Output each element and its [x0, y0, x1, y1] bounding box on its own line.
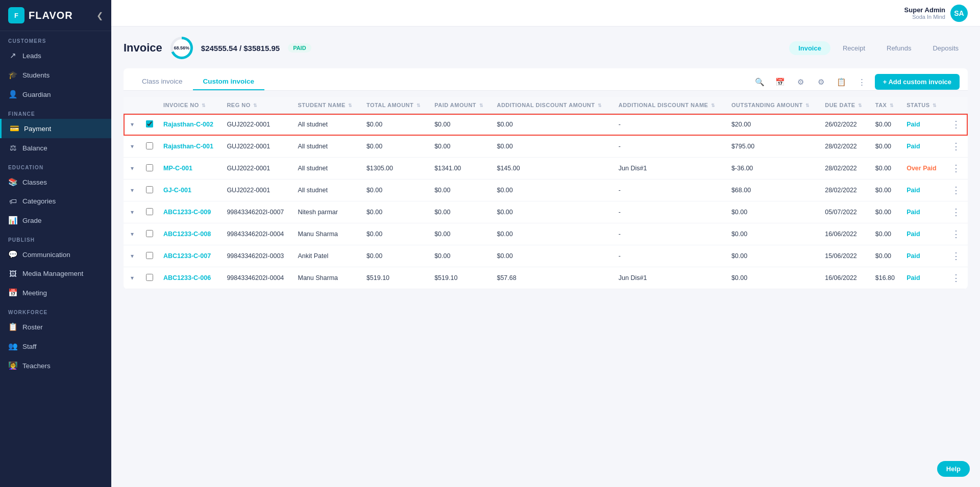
- row-expand-button[interactable]: ▾: [129, 121, 136, 128]
- cell-tax: $0.00: [870, 158, 901, 180]
- row-chevron[interactable]: ▾: [124, 180, 141, 201]
- copy-icon[interactable]: 📋: [834, 74, 849, 90]
- row-checkbox[interactable]: [146, 120, 153, 127]
- table-body: ▾Rajasthan-C-002GUJ2022-0001All studnet$…: [124, 114, 968, 289]
- sidebar-item-balance[interactable]: ⚖Balance: [0, 138, 111, 158]
- filter-icon[interactable]: ⚙: [793, 74, 808, 90]
- row-chevron[interactable]: ▾: [124, 223, 141, 245]
- row-expand-button[interactable]: ▾: [129, 165, 136, 172]
- row-chevron[interactable]: ▾: [124, 158, 141, 180]
- table-col-student_name[interactable]: STUDENT NAME ⇅: [292, 97, 361, 114]
- table-col-reg_no[interactable]: REG NO ⇅: [222, 97, 292, 114]
- row-more-button[interactable]: ⋮: [949, 272, 963, 284]
- add-custom-invoice-button[interactable]: + Add custom invoice: [875, 74, 960, 90]
- row-more-button[interactable]: ⋮: [949, 207, 963, 218]
- cell-total_amount: $0.00: [361, 180, 429, 201]
- row-chevron[interactable]: ▾: [124, 267, 141, 289]
- sidebar-collapse-button[interactable]: ❮: [96, 11, 103, 20]
- table-header: INVOICE NO ⇅REG NO ⇅STUDENT NAME ⇅TOTAL …: [124, 97, 968, 114]
- sidebar-item-categories[interactable]: 🏷Categories: [0, 192, 111, 211]
- table-col-additional_discount_name[interactable]: ADDITIONAL DISCOUNT NAME ⇅: [614, 97, 726, 114]
- sidebar-icon-grade: 📊: [8, 216, 17, 225]
- sort-icon-status: ⇅: [933, 103, 937, 108]
- sub-tab-custom-invoice[interactable]: Custom invoice: [193, 73, 265, 90]
- row-actions-cell: ⋮: [944, 114, 968, 136]
- sub-tab-class-invoice[interactable]: Class invoice: [132, 73, 193, 90]
- row-checkbox[interactable]: [146, 186, 153, 193]
- cell-tax: $0.00: [870, 114, 901, 136]
- sidebar-item-grade[interactable]: 📊Grade: [0, 211, 111, 230]
- cell-total_amount: $0.00: [361, 136, 429, 158]
- sub-tabs: Class invoiceCustom invoice: [132, 73, 264, 90]
- row-more-button[interactable]: ⋮: [949, 250, 963, 262]
- more-icon[interactable]: ⋮: [854, 74, 870, 90]
- row-more-button[interactable]: ⋮: [949, 185, 963, 196]
- invoice-table-container: INVOICE NO ⇅REG NO ⇅STUDENT NAME ⇅TOTAL …: [124, 97, 968, 289]
- row-checkbox[interactable]: [146, 142, 153, 149]
- row-chevron[interactable]: ▾: [124, 245, 141, 267]
- row-expand-button[interactable]: ▾: [129, 143, 136, 150]
- calendar-icon[interactable]: 📅: [773, 74, 788, 90]
- content-area: Invoice 68.56% $24555.54 / $35815.95 PAI…: [111, 27, 980, 487]
- row-more-button[interactable]: ⋮: [949, 163, 963, 174]
- row-actions-cell: ⋮: [944, 267, 968, 289]
- row-checkbox[interactable]: [146, 208, 153, 215]
- table-header-actions: [944, 97, 968, 114]
- sidebar-item-payment[interactable]: 💳Payment: [0, 119, 111, 138]
- sidebar-item-classes[interactable]: 📚Classes: [0, 172, 111, 192]
- help-button[interactable]: Help: [937, 461, 970, 477]
- row-chevron[interactable]: ▾: [124, 201, 141, 223]
- invoice-tab-receipt[interactable]: Receipt: [834, 41, 874, 55]
- invoice-tab-deposits[interactable]: Deposits: [923, 41, 968, 55]
- table-col-invoice_no[interactable]: INVOICE NO ⇅: [158, 97, 222, 114]
- settings-icon[interactable]: ⚙: [814, 74, 829, 90]
- sidebar-item-teachers[interactable]: 👩‍🏫Teachers: [0, 356, 111, 375]
- sidebar-label-balance: Balance: [22, 144, 47, 152]
- sidebar-item-meeting[interactable]: 📅Meeting: [0, 283, 111, 302]
- sidebar-item-roster[interactable]: 📋Roster: [0, 317, 111, 337]
- table-col-paid_amount[interactable]: PAID AMOUNT ⇅: [429, 97, 492, 114]
- invoice-tab-invoice[interactable]: Invoice: [789, 41, 830, 55]
- table-col-total_amount[interactable]: TOTAL AMOUNT ⇅: [361, 97, 429, 114]
- table-col-tax[interactable]: TAX ⇅: [870, 97, 901, 114]
- invoice-tab-refunds[interactable]: Refunds: [877, 41, 920, 55]
- cell-outstanding_amount: $0.00: [726, 223, 820, 245]
- row-checkbox[interactable]: [146, 252, 153, 259]
- row-chevron[interactable]: ▾: [124, 114, 141, 136]
- sidebar-item-staff[interactable]: 👥Staff: [0, 337, 111, 356]
- row-expand-button[interactable]: ▾: [129, 187, 136, 194]
- cell-due_date: 28/02/2022: [820, 136, 870, 158]
- row-more-button[interactable]: ⋮: [949, 228, 963, 240]
- sidebar-logo: F FLAVOR ❮: [0, 0, 111, 31]
- table-col-status[interactable]: STATUS ⇅: [901, 97, 944, 114]
- topbar-avatar: SA: [950, 5, 968, 22]
- row-checkbox[interactable]: [146, 230, 153, 237]
- table-col-additional_discount_amount[interactable]: ADDITIONAL DISCOUNT AMOUNT ⇅: [492, 97, 613, 114]
- row-expand-button[interactable]: ▾: [129, 274, 136, 281]
- row-more-button[interactable]: ⋮: [949, 141, 963, 152]
- search-icon[interactable]: 🔍: [752, 74, 768, 90]
- cell-additional_discount_name: -: [614, 245, 726, 267]
- row-expand-button[interactable]: ▾: [129, 209, 136, 216]
- cell-total_amount: $0.00: [361, 201, 429, 223]
- sidebar-section-finance: FINANCE: [0, 104, 111, 119]
- sidebar-item-media-management[interactable]: 🖼Media Management: [0, 264, 111, 283]
- sidebar-item-students[interactable]: 🎓Students: [0, 65, 111, 85]
- sidebar-item-guardian[interactable]: 👤Guardian: [0, 85, 111, 104]
- cell-due_date: 16/06/2022: [820, 223, 870, 245]
- row-checkbox[interactable]: [146, 274, 153, 281]
- table-col-outstanding_amount[interactable]: OUTSTANDING AMOUNT ⇅: [726, 97, 820, 114]
- row-chevron[interactable]: ▾: [124, 136, 141, 158]
- sidebar-item-leads[interactable]: ↗Leads: [0, 46, 111, 65]
- row-expand-button[interactable]: ▾: [129, 252, 136, 260]
- row-more-button[interactable]: ⋮: [949, 119, 963, 130]
- row-checkbox[interactable]: [146, 164, 153, 171]
- cell-invoice_no: MP-C-001: [158, 158, 222, 180]
- table-col-due_date[interactable]: DUE DATE ⇅: [820, 97, 870, 114]
- row-checkbox-cell: [141, 201, 158, 223]
- row-expand-button[interactable]: ▾: [129, 230, 136, 238]
- sort-icon-additional_discount_name: ⇅: [711, 103, 716, 108]
- sidebar-item-communication[interactable]: 💬Communication: [0, 245, 111, 264]
- sidebar: F FLAVOR ❮ CUSTOMERS↗Leads🎓Students👤Guar…: [0, 0, 111, 487]
- cell-invoice_no: GJ-C-001: [158, 180, 222, 201]
